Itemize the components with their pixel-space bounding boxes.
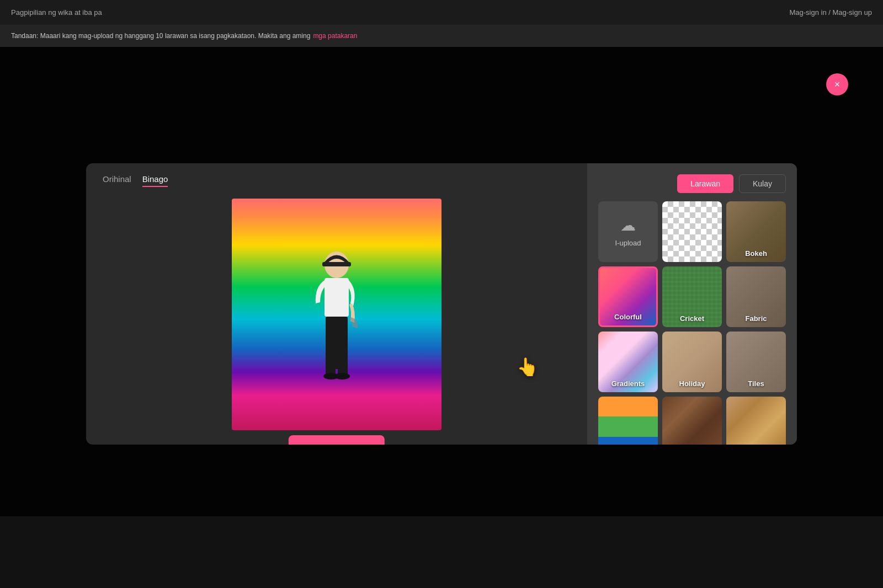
modal: Orihinal Binago	[86, 163, 797, 445]
image-area: ⬇ I-download	[103, 195, 571, 434]
upload-label: I-upload	[615, 239, 641, 247]
notification-link[interactable]: mga patakaran	[313, 32, 357, 40]
upload-icon: ☁	[620, 216, 636, 234]
filter-tab-larawan[interactable]: Larawan	[677, 174, 733, 193]
person-figure	[287, 232, 386, 430]
background-grid: ☁ I-upload Bokeh Colorful Cricket	[598, 201, 786, 445]
svg-rect-4	[326, 342, 336, 375]
top-bar-right[interactable]: Mag-sign in / Mag-sign up	[789, 8, 872, 17]
svg-rect-1	[322, 262, 351, 266]
grid-item-tricolor[interactable]: Tricolor	[598, 397, 658, 445]
close-button[interactable]: ×	[826, 73, 848, 95]
svg-point-7	[334, 373, 350, 379]
tab-original[interactable]: Orihinal	[103, 174, 131, 187]
tabs: Orihinal Binago	[103, 174, 571, 187]
filter-tabs: Larawan Kulay	[598, 174, 786, 193]
gradients-label: Gradients	[598, 379, 658, 388]
top-bar-left: Pagpipilian ng wika at iba pa	[11, 8, 102, 17]
grid-item-transparent[interactable]	[662, 201, 722, 262]
svg-rect-5	[338, 342, 348, 375]
download-label: I-download	[322, 443, 363, 445]
grid-item-fabric[interactable]: Fabric	[726, 266, 786, 327]
grid-item-tiles[interactable]: Tiles	[726, 332, 786, 392]
grid-item-cricket[interactable]: Cricket	[662, 266, 722, 327]
grid-item-wood[interactable]: Wood	[726, 397, 786, 445]
tab-binago[interactable]: Binago	[142, 174, 168, 187]
main-image	[232, 199, 442, 430]
fabric-label: Fabric	[726, 314, 786, 323]
svg-rect-2	[325, 278, 349, 317]
grid-item-walls[interactable]: Walls	[662, 397, 722, 445]
holiday-label: Holiday	[662, 379, 722, 388]
bottom-background	[0, 516, 883, 588]
filter-tab-kulay[interactable]: Kulay	[739, 174, 786, 193]
grid-item-gradients[interactable]: Gradients	[598, 332, 658, 392]
download-icon: ⬇	[311, 443, 318, 445]
cricket-label: Cricket	[662, 314, 722, 323]
top-bar: Pagpipilian ng wika at iba pa Mag-sign i…	[0, 0, 883, 25]
tiles-label: Tiles	[726, 379, 786, 388]
grid-item-upload[interactable]: ☁ I-upload	[598, 201, 658, 262]
grid-item-colorful[interactable]: Colorful	[598, 266, 658, 327]
download-button[interactable]: ⬇ I-download	[289, 435, 385, 445]
grid-item-bokeh[interactable]: Bokeh	[726, 201, 786, 262]
notification-text: Tandaan: Maaari kang mag-upload ng hangg…	[11, 32, 310, 40]
bokeh-label: Bokeh	[726, 249, 786, 258]
colorful-label: Colorful	[600, 313, 656, 321]
notification-bar: Tandaan: Maaari kang mag-upload ng hangg…	[0, 25, 883, 47]
right-panel: Larawan Kulay ☁ I-upload Bokeh	[587, 163, 797, 445]
grid-item-holiday[interactable]: Holiday	[662, 332, 722, 392]
left-panel: Orihinal Binago	[86, 163, 587, 445]
